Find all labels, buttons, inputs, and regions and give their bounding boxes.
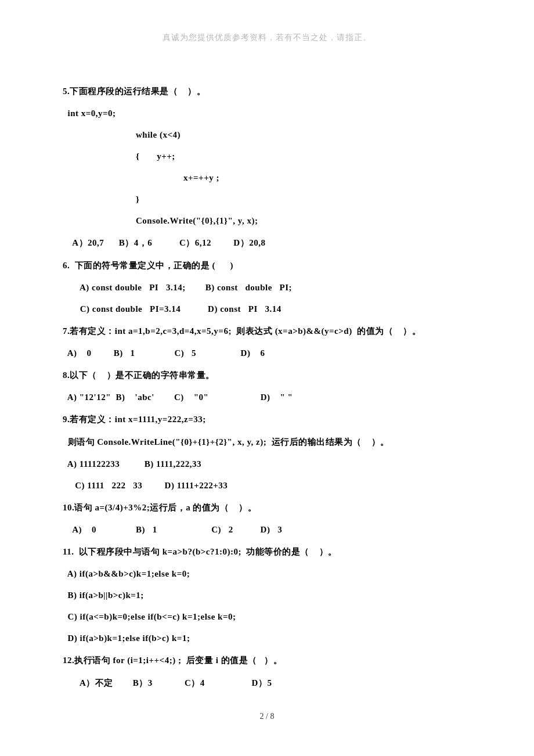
- q11-option-d: D) if(a>b)k=1;else if(b>c) k=1;: [63, 633, 471, 643]
- q10-options: A) 0 B) 1 C) 2 D) 3: [63, 525, 471, 535]
- q5-options: A）20,7 B）4，6 C）6,12 D）20,8: [63, 237, 471, 249]
- q7-options: A) 0 B) 1 C) 5 D) 6: [63, 348, 471, 358]
- q11-option-c: C) if(a<=b)k=0;else if(b<=c) k=1;else k=…: [63, 612, 471, 622]
- q9-options-row1: A) 111122233 B) 1111,222,33: [63, 459, 471, 469]
- header-note: 真诚为您提供优质参考资料，若有不当之处，请指正。: [63, 33, 471, 43]
- q5-code-l5: }: [63, 195, 471, 204]
- q6-options-row1: A) const double PI 3.14; B) const double…: [63, 283, 471, 293]
- q12-stem: 12.执行语句 for (i=1;i++<4;) ; 后变量 i 的值是（ ）。: [63, 655, 471, 666]
- q11-option-b: B) if(a>b||b>c)k=1;: [63, 591, 471, 600]
- q9-options-row2: C) 1111 222 33 D) 1111+222+33: [63, 481, 471, 491]
- q5-code-l2: while (x<4): [63, 130, 471, 140]
- q11-option-a: A) if(a>b&&b>c)k=1;else k=0;: [63, 569, 471, 579]
- q12-options: A）不定 B）3 C）4 D）5: [63, 678, 471, 689]
- q5-stem: 5.下面程序段的运行结果是（ ）。: [63, 86, 471, 97]
- q6-options-row2: C) const double PI=3.14 D) const PI 3.14: [63, 304, 471, 314]
- q5-code-l1: int x=0,y=0;: [63, 109, 471, 118]
- q11-stem: 11. 以下程序段中与语句 k=a>b?(b>c?1:0):0; 功能等价的是（…: [63, 546, 471, 557]
- q5-code-l6: Console.Write("{0},{1}", y, x);: [63, 216, 471, 226]
- page-number: 2 / 8: [0, 712, 534, 721]
- q9-l2: 则语句 Console.WriteLine("{0}+{1}+{2}", x, …: [63, 437, 471, 448]
- q7-stem: 7.若有定义：int a=1,b=2,c=3,d=4,x=5,y=6; 则表达式…: [63, 326, 471, 337]
- q9-stem: 9.若有定义：int x=1111,y=222,z=33;: [63, 414, 471, 425]
- q8-stem: 8.以下（ ）是不正确的字符串常量。: [63, 370, 471, 381]
- q6-stem: 6. 下面的符号常量定义中，正确的是 ( ): [63, 260, 471, 271]
- q10-stem: 10.语句 a=(3/4)+3%2;运行后，a 的值为（ ）。: [63, 502, 471, 513]
- q8-options: A) "12'12" B) 'abc' C) "0" D) " ": [63, 393, 471, 402]
- q5-code-l3: { y++;: [63, 152, 471, 161]
- q5-code-l4: x+=++y ;: [63, 173, 471, 183]
